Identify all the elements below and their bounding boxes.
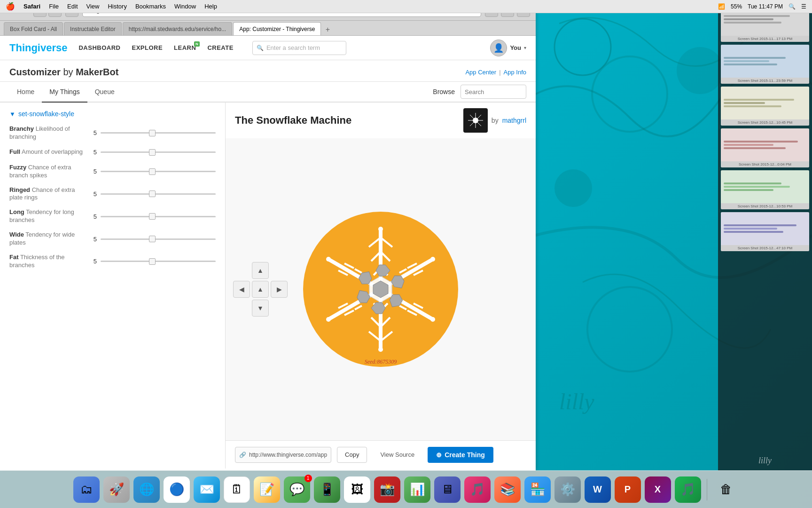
app-name-menu[interactable]: Safari: [23, 3, 40, 10]
slider-full[interactable]: [101, 148, 216, 157]
dock-safari[interactable]: 🌐: [133, 476, 160, 503]
edit-menu[interactable]: Edit: [67, 3, 78, 10]
bookmarks-menu[interactable]: Bookmarks: [135, 3, 166, 10]
notification-icon[interactable]: ☰: [801, 3, 806, 10]
slider-row-long: Long Tendency for long branches 5: [9, 208, 216, 224]
dock-system-prefs[interactable]: ⚙️: [554, 476, 581, 503]
subnav-home[interactable]: Home: [9, 82, 42, 103]
tab-customizer[interactable]: App: Customizer - Thingiverse: [233, 22, 321, 35]
app-info-link[interactable]: App Info: [504, 69, 526, 76]
tab-label: Instructable Editor: [70, 26, 116, 32]
nav-learn[interactable]: LEARN N: [174, 44, 196, 51]
copy-button[interactable]: Copy: [337, 447, 367, 463]
browse-link[interactable]: Browse: [433, 88, 455, 95]
history-menu[interactable]: History: [108, 3, 126, 10]
section-toggle-icon[interactable]: ▼: [9, 111, 16, 118]
nav-explore[interactable]: EXPLORE: [132, 44, 163, 51]
dock-app-store[interactable]: 🏪: [524, 476, 551, 503]
dock-trash[interactable]: 🗑: [713, 476, 739, 503]
window-menu[interactable]: Window: [174, 3, 196, 10]
spotlight-icon[interactable]: 🔍: [789, 3, 796, 10]
tab-label: App: Customizer - Thingiverse: [239, 26, 315, 32]
help-menu[interactable]: Help: [204, 3, 217, 10]
user-avatar[interactable]: 👤: [490, 40, 507, 56]
svg-point-12: [473, 118, 478, 123]
subnav-right: Browse: [433, 85, 526, 99]
dock-spotify[interactable]: 🎵: [675, 476, 701, 503]
slider-long[interactable]: [101, 212, 216, 221]
dock-ibooks[interactable]: 📚: [494, 476, 521, 503]
subnav-my-things[interactable]: My Things: [42, 82, 87, 103]
app-center-link[interactable]: App Center: [465, 69, 496, 76]
dock-messages[interactable]: 💬 1: [284, 476, 310, 503]
slider-row-fat: Fat Thickness of the branches 5: [9, 254, 216, 270]
slider-value-ringed: 5: [88, 190, 97, 198]
dock-excel-x[interactable]: X: [645, 476, 671, 503]
tab-mail[interactable]: https://mail.stedwards.edu/service/ho...: [123, 22, 232, 35]
nav-dashboard[interactable]: DASHBOARD: [78, 44, 120, 51]
apple-menu[interactable]: 🍎: [6, 2, 15, 11]
dock-facetime[interactable]: 📱: [314, 476, 340, 503]
create-thing-button[interactable]: ⊕ Create Thing: [428, 447, 493, 463]
customizer-links: App Center | App Info: [465, 69, 526, 76]
file-menu[interactable]: File: [49, 3, 59, 10]
dock-photobooth[interactable]: 📸: [374, 476, 400, 503]
dock-calendar[interactable]: 🗓: [224, 476, 250, 503]
dock-itunes[interactable]: 🎵: [464, 476, 491, 503]
nav-create[interactable]: CREATE: [207, 44, 233, 51]
link-display: 🔗 http://www.thingiverse.com/app: [235, 447, 331, 463]
tab-box-fold-card[interactable]: Box Fold Card - All: [4, 22, 63, 35]
dock-finder[interactable]: 🗂: [73, 476, 100, 503]
sub-search-input[interactable]: [461, 85, 526, 99]
nav-links: DASHBOARD EXPLORE LEARN N CREATE: [78, 44, 233, 51]
slider-fuzzy[interactable]: [101, 167, 216, 176]
tab-label: Box Fold Card - All: [10, 26, 57, 32]
menubar-right: 📶 55% Tue 11:47 PM 🔍 ☰: [718, 3, 806, 10]
author-link[interactable]: mathgrrl: [502, 117, 526, 124]
screenshot-2[interactable]: Screen Shot 2015-11...23:59 PM: [721, 45, 809, 84]
slider-wide[interactable]: [101, 234, 216, 244]
svg-point-52: [326, 257, 331, 262]
dock-keynote[interactable]: 🖥: [434, 476, 461, 503]
view-source-button[interactable]: View Source: [373, 447, 422, 463]
dock-numbers[interactable]: 📊: [404, 476, 430, 503]
view-menu[interactable]: View: [86, 3, 100, 10]
datetime-display: Tue 11:47 PM: [748, 3, 783, 10]
tab-label: https://mail.stedwards.edu/service/ho...: [129, 26, 226, 32]
browser-tabs: Box Fold Card - All Instructable Editor …: [0, 21, 536, 36]
dock-photos[interactable]: 🖼: [344, 476, 370, 503]
dock-word[interactable]: W: [585, 476, 611, 503]
pan-left-button[interactable]: ◀: [233, 281, 250, 298]
slider-ringed[interactable]: [101, 189, 216, 198]
dock-chrome[interactable]: 🔵: [164, 476, 190, 503]
pan-down-button[interactable]: ▼: [252, 300, 269, 317]
pan-up-button[interactable]: ▲: [252, 262, 269, 279]
screenshot-5[interactable]: Screen Shot 2015-12...10:53 PM: [721, 170, 809, 209]
svg-point-0: [554, 19, 611, 75]
pan-center-button[interactable]: ▲: [252, 281, 269, 298]
svg-point-2: [677, 47, 724, 94]
site-logo[interactable]: Thingiverse: [9, 42, 67, 54]
dock-notes[interactable]: 📝: [254, 476, 280, 503]
pan-right-button[interactable]: ▶: [271, 281, 288, 298]
user-name[interactable]: You: [510, 44, 521, 51]
new-tab-button[interactable]: +: [322, 24, 333, 35]
right-sidebar: Screen Shot 2015-11...17:13 PM Screen Sh…: [718, 0, 812, 470]
svg-text:lilly: lilly: [559, 389, 594, 414]
screenshot-3-label: Screen Shot 2015-12...10:45 PM: [721, 119, 809, 126]
slider-fat[interactable]: [101, 257, 216, 266]
slider-branchy[interactable]: [101, 128, 216, 138]
screenshot-6[interactable]: Screen Shot 2015-12...47:10 PM: [721, 212, 809, 251]
dock-launchpad[interactable]: 🚀: [103, 476, 130, 503]
snowflake-preview: Seed:8675309: [296, 205, 465, 374]
subnav-queue[interactable]: Queue: [87, 82, 122, 103]
preview-area: ▲ ◀ ▲ ▶ ▼: [226, 138, 536, 440]
user-dropdown-icon[interactable]: ▾: [524, 45, 526, 50]
dock-powerpoint[interactable]: P: [615, 476, 641, 503]
screenshot-3[interactable]: Screen Shot 2015-12...10:45 PM: [721, 87, 809, 126]
slider-row-ringed: Ringed Chance of extra plate rings 5: [9, 186, 216, 202]
search-bar[interactable]: 🔍 Enter a search term: [252, 41, 346, 55]
screenshot-4[interactable]: Screen Shot 2015-12...0:04 PM: [721, 128, 809, 167]
dock-mail[interactable]: ✉️: [194, 476, 220, 503]
tab-instructable-editor[interactable]: Instructable Editor: [64, 22, 122, 35]
